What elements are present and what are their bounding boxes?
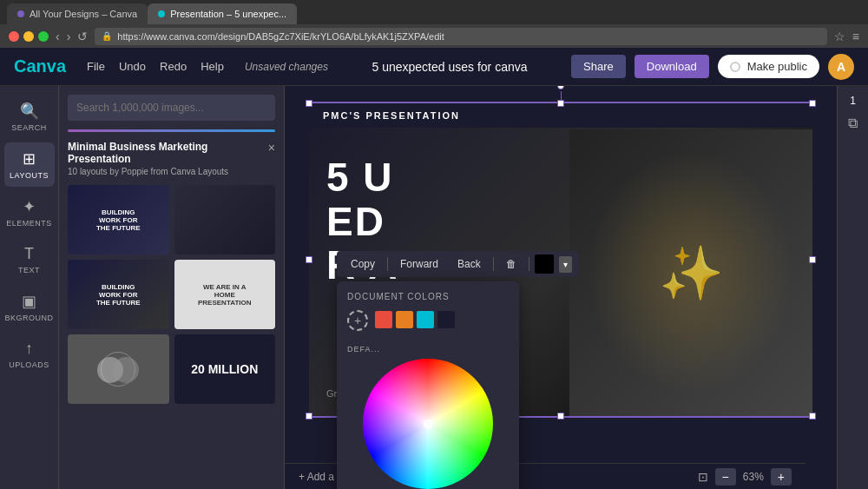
address-bar: ‹ › ↺ 🔒 https://www.canva.com/design/DAB… [0,24,868,48]
presentation-icon[interactable]: ⊡ [698,470,708,484]
color-dropdown-button[interactable]: ▾ [559,256,572,273]
add-color-button[interactable]: + [347,310,368,331]
url-text: https://www.canva.com/design/DAB5gZc7XiE… [117,31,444,42]
main-content: 🔍 SEARCH ⊞ LAYOUTS ✦ ELEMENTS T TEXT ▣ B… [0,86,868,489]
top-nav: Canva File Undo Redo Help Unsaved change… [0,48,868,86]
sidebar-label-search: SEARCH [11,123,47,132]
zoom-out-button[interactable]: − [715,468,736,486]
unsaved-changes-label: Unsaved changes [245,61,328,73]
template-item-1[interactable]: BUILDINGWORK FORTHE FUTURE [68,185,169,254]
copy-button[interactable]: Copy [344,254,382,274]
sidebar-item-search[interactable]: 🔍 SEARCH [4,95,55,139]
document-title: 5 unexpected uses for canva [372,60,528,74]
toolbar-sep-2 [493,257,494,271]
template-item-2[interactable] [174,185,276,254]
search-icon: 🔍 [20,102,39,121]
duplicate-icon[interactable]: ⧉ [848,116,858,131]
handle-br[interactable] [809,413,816,420]
sidebar-label-text: TEXT [18,266,40,274]
tab-label-all-designs: All Your Designs – Canva [30,9,137,19]
color-wheel-cursor[interactable] [424,420,432,428]
share-button[interactable]: Share [571,55,626,78]
rotate-stem [561,91,562,100]
make-public-label: Make public [747,60,807,73]
default-colors-label: DEFA... [347,345,509,354]
rotate-handle-group[interactable] [557,86,564,100]
text-icon: T [24,245,34,263]
refresh-button[interactable]: ↺ [77,30,88,43]
url-bar[interactable]: 🔒 https://www.canva.com/design/DAB5gZc7X… [95,28,826,45]
swatch-orange[interactable] [396,311,413,328]
nav-actions: Share Download Make public A [571,54,854,80]
swatch-dark[interactable] [437,311,455,328]
user-avatar[interactable]: A [828,54,854,80]
traffic-lights [9,31,49,42]
traffic-light-green[interactable] [38,31,49,42]
sidebar-item-elements[interactable]: ✦ ELEMENTS [4,190,55,235]
template-grid: BUILDINGWORK FORTHE FUTURE BUILDINGWORK … [68,185,275,404]
color-picker-popup: DOCUMENT COLORS + DEFA... [337,281,519,489]
panel-title: Minimal Business Marketing Presentation [68,141,268,165]
tab-label-presentation: Presentation – 5 unexpec... [170,9,286,19]
sidebar-label-layouts: LAYOUTS [10,171,49,180]
color-picker-title: DOCUMENT COLORS [347,292,509,301]
panel-close-button[interactable]: × [268,141,275,155]
color-picker-top-row: + [347,310,509,338]
nav-undo[interactable]: Undo [119,60,146,73]
star-icon[interactable]: ☆ [834,30,845,43]
nav-redo[interactable]: Redo [160,60,187,73]
handle-tl[interactable] [306,100,312,107]
color-swatch-black[interactable] [535,254,554,274]
forward-button[interactable]: Forward [393,254,445,274]
sidebar-label-uploads: UPLOADS [9,360,49,369]
template-item-3[interactable]: BUILDINGWORK FORTHE FUTURE [68,260,169,329]
template-item-4[interactable]: WE ARE IN AHOMEPRESENTATION [174,260,276,329]
nav-center: 5 unexpected uses for canva [342,60,557,74]
nav-help[interactable]: Help [201,60,224,73]
handle-tm[interactable] [557,100,564,107]
traffic-light-yellow[interactable] [23,31,34,42]
swatch-red[interactable] [375,311,392,328]
sidebar-item-background[interactable]: ▣ BKGROUND [4,285,55,329]
make-public-button[interactable]: Make public [718,55,819,78]
venn-diagram [101,352,135,387]
canvas-area: PMC'S PRESENTATION 5 U ED R A Group [285,86,837,489]
background-icon: ▣ [22,292,36,311]
toolbar-sep-1 [387,257,388,271]
back-button[interactable]: Back [450,254,488,274]
sparkle-emoji: ✨ [659,242,724,304]
panel-subtitle: 10 layouts by Poppie from Canva Layouts [68,167,268,176]
template-item-6[interactable]: 20 MILLION [174,334,276,404]
sidebar-item-text[interactable]: T TEXT [4,238,55,281]
tab-presentation[interactable]: Presentation – 5 unexpec... [148,3,297,24]
element-toolbar: Copy Forward Back 🗑 ▾ [337,251,579,277]
zoom-controls: ⊡ − 63% + [698,468,792,486]
zoom-in-button[interactable]: + [771,468,792,486]
rotate-handle[interactable] [557,86,564,89]
template-item-5[interactable] [68,334,169,404]
right-panel: 1 ⧉ [837,86,868,489]
nav-file[interactable]: File [87,60,105,73]
sidebar-item-layouts[interactable]: ⊞ LAYOUTS [4,142,55,187]
uploads-icon: ↑ [25,340,33,358]
traffic-light-red[interactable] [9,31,19,42]
layouts-icon: ⊞ [23,149,36,169]
handle-bm[interactable] [557,413,564,420]
handle-tr[interactable] [809,100,816,107]
color-wheel[interactable] [363,359,493,489]
menu-icon[interactable]: ≡ [852,30,859,43]
handle-mr[interactable] [809,256,816,263]
swatch-cyan[interactable] [417,311,434,328]
delete-button[interactable]: 🗑 [499,254,523,274]
search-input[interactable] [68,95,275,121]
color-wheel-container[interactable] [363,359,493,489]
handle-bl[interactable] [306,413,312,420]
download-button[interactable]: Download [635,55,709,78]
forward-button[interactable]: › [67,30,71,43]
template-text-1: BUILDINGWORK FORTHE FUTURE [93,205,144,235]
sidebar-item-uploads[interactable]: ↑ UPLOADS [4,333,55,376]
back-button[interactable]: ‹ [56,30,60,43]
handle-ml[interactable] [306,256,312,263]
tab-all-designs[interactable]: All Your Designs – Canva [7,3,148,24]
browser-actions: ☆ ≡ [834,30,859,43]
